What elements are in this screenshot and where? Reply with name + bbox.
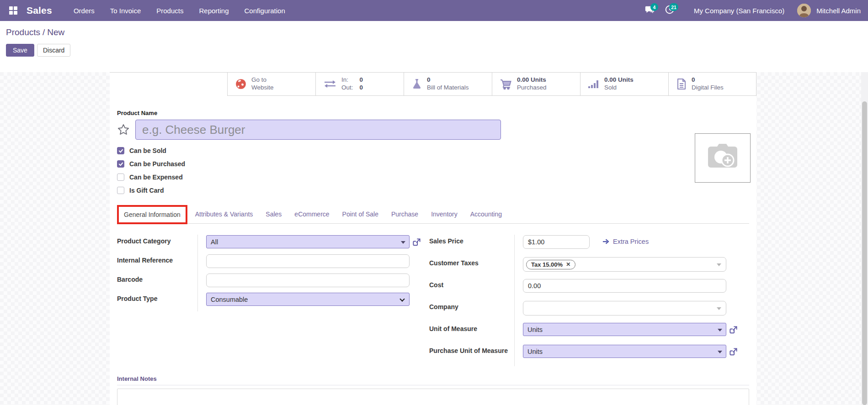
favorite-star-icon[interactable] [117,123,130,136]
can-be-sold-checkbox[interactable] [117,147,124,154]
external-link-icon[interactable] [729,347,738,356]
app-name[interactable]: Sales [27,5,52,16]
apps-grid-icon [9,6,17,15]
stat-label: Sold [604,84,634,92]
vertical-scrollbar[interactable] [861,72,868,405]
external-link-icon[interactable] [412,238,421,247]
company-switcher[interactable]: My Company (San Francisco) [694,7,784,15]
stat-value: 0 [427,76,469,84]
content-area: Go to Website In: 0 Out: 0 [0,72,868,405]
chevron-down-icon [718,329,722,331]
nav-item-orders[interactable]: Orders [68,1,101,20]
nav-item-products[interactable]: Products [150,1,189,20]
units-sold-button[interactable]: 0.00 Units Sold [580,73,668,96]
purchase-uom-value: Units [527,348,543,355]
purchase-uom-label: Purchase Unit of Measure [429,344,514,366]
chevron-down-icon [401,241,405,244]
in-label: In: [341,76,353,84]
messages-button[interactable]: 4 [642,3,657,18]
control-panel: Products/New Save Discard [0,21,868,72]
apps-menu-button[interactable] [5,3,21,18]
product-category-select[interactable]: All [206,235,410,248]
unit-of-measure-select[interactable]: Units [523,323,726,336]
bill-of-materials-button[interactable]: 0 Bill of Materials [404,73,492,96]
sales-price-input[interactable] [523,235,590,249]
checkbox-label: Can be Expensed [129,174,183,181]
breadcrumb-products-link[interactable]: Products [6,27,40,37]
tab-ecommerce[interactable]: eCommerce [288,205,335,223]
tab-point-of-sale[interactable]: Point of Sale [336,205,385,223]
customer-taxes-field[interactable]: Tax 15.00% ✕ [523,257,726,272]
in-out-button[interactable]: In: 0 Out: 0 [315,73,404,96]
flask-icon [411,78,422,90]
scrollbar-thumb[interactable] [862,101,867,405]
stat-value: 0 [692,76,724,84]
barcode-input[interactable] [206,274,410,287]
internal-notes-textarea[interactable] [117,389,749,405]
external-link-icon[interactable] [729,326,738,334]
purchase-uom-select[interactable]: Units [523,345,726,358]
product-name-label: Product Name [117,110,749,116]
go-to-website-button[interactable]: Go to Website [227,73,315,96]
arrow-right-icon [602,238,609,245]
digital-files-button[interactable]: 0 Digital Files [668,73,756,96]
company-label: Company [429,300,514,322]
units-purchased-button[interactable]: 0.00 Units Purchased [492,73,580,96]
tab-attributes-variants[interactable]: Attributes & Variants [189,205,260,223]
nav-item-to-invoice[interactable]: To Invoice [104,1,147,20]
tab-purchase[interactable]: Purchase [385,205,425,223]
product-type-value: Consumable [211,296,248,303]
tab-inventory[interactable]: Inventory [425,205,464,223]
can-be-purchased-row: Can be Purchased [117,160,749,168]
checkbox-label: Is Gift Card [129,187,164,194]
checkbox-label: Can be Purchased [129,160,185,168]
product-name-input[interactable] [135,120,501,140]
extra-prices-link[interactable]: Extra Prices [602,238,649,245]
discard-button[interactable]: Discard [37,44,70,57]
product-category-value: All [211,238,218,246]
tax-tag: Tax 15.00% ✕ [526,260,575,269]
nav-item-configuration[interactable]: Configuration [239,1,291,20]
internal-reference-input[interactable] [206,254,410,268]
uom-value: Units [527,326,543,333]
nav-item-reporting[interactable]: Reporting [193,1,234,20]
tab-accounting[interactable]: Accounting [464,205,508,223]
activities-button[interactable]: 21 [662,3,677,18]
user-avatar[interactable] [797,4,811,17]
stat-button-box: Go to Website In: 0 Out: 0 [110,72,756,96]
sales-price-label: Sales Price [429,235,514,257]
internal-notes-heading: Internal Notes [117,375,749,385]
unit-of-measure-label: Unit of Measure [429,322,514,344]
is-gift-card-checkbox[interactable] [117,187,124,194]
user-name[interactable]: Mitchell Admin [816,7,861,15]
stat-label: Purchased [517,84,547,92]
breadcrumb-separator: / [43,27,45,37]
company-select[interactable] [523,301,726,316]
transfer-arrows-icon [323,79,337,89]
can-be-purchased-checkbox[interactable] [117,160,124,168]
checkbox-label: Can be Sold [129,147,166,154]
product-image-upload[interactable] [695,133,751,183]
breadcrumb-current: New [47,27,64,37]
camera-icon [706,143,739,173]
save-button[interactable]: Save [6,44,34,57]
stat-line: Website [251,84,274,92]
chevron-down-icon [717,263,721,266]
product-flags: Can be Sold Can be Purchased Can be Expe… [117,147,749,194]
form-sheet: Go to Website In: 0 Out: 0 [110,72,756,405]
product-type-select[interactable]: Consumable [206,293,410,306]
can-be-sold-row: Can be Sold [117,147,749,154]
notebook-tabs: General Information Attributes & Variant… [117,205,749,224]
stat-value: 0.00 Units [517,76,547,84]
remove-tax-icon[interactable]: ✕ [566,261,570,268]
tab-sales[interactable]: Sales [259,205,288,223]
cart-icon [500,78,512,90]
out-label: Out: [341,84,353,92]
stat-label: Bill of Materials [427,84,469,92]
cost-input[interactable] [523,279,726,293]
tab-general-information annotation-highlight[interactable]: General Information [117,205,187,224]
can-be-expensed-checkbox[interactable] [117,174,124,181]
form-right-column: Sales Price Extra Prices Customer Taxes [429,235,746,366]
can-be-expensed-row: Can be Expensed [117,174,749,181]
internal-reference-label: Internal Reference [117,254,197,273]
